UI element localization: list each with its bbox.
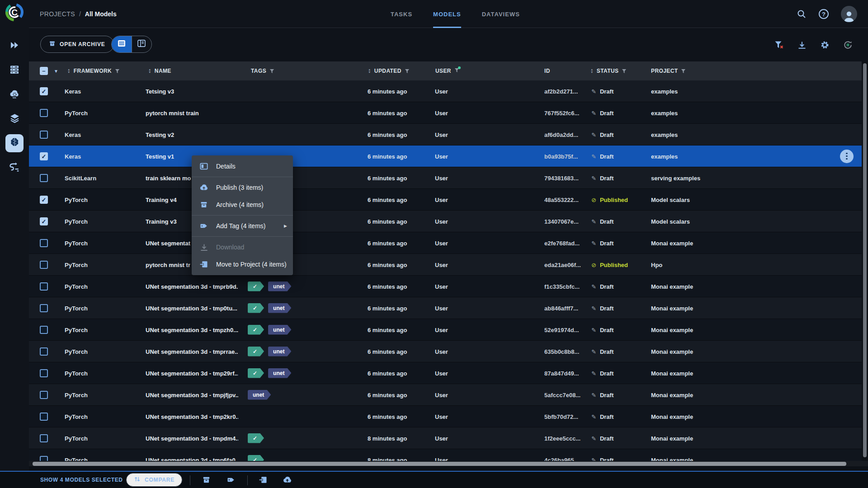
- column-header-tags[interactable]: TAGS: [251, 61, 274, 80]
- table-row[interactable]: ✓KerasTesting v16 minutes agoUserb0a93b7…: [29, 145, 862, 167]
- sidebar-item-serving[interactable]: [5, 86, 24, 104]
- selection-dropdown-caret-icon[interactable]: ▼: [54, 69, 58, 74]
- row-checkbox[interactable]: [40, 326, 48, 334]
- filter-funnel-icon[interactable]: [405, 69, 410, 74]
- row-checkbox[interactable]: [40, 261, 48, 269]
- vertical-scrollbar-thumb[interactable]: [863, 63, 867, 457]
- row-checkbox[interactable]: [40, 174, 48, 182]
- server-icon: [9, 64, 20, 77]
- menu-item-publish[interactable]: Publish (3 items): [192, 179, 293, 196]
- row-checkbox[interactable]: ✓: [40, 87, 48, 95]
- menu-item-details[interactable]: Details: [192, 158, 293, 175]
- sidebar-item-datasets[interactable]: [5, 110, 24, 128]
- search-icon[interactable]: [797, 9, 807, 19]
- column-header-status[interactable]: ▲▼ STATUS: [590, 61, 627, 80]
- row-checkbox[interactable]: [40, 369, 48, 377]
- table-row[interactable]: ✓PyTorchTraining v36 minutes agoUser1340…: [29, 211, 862, 232]
- column-header-framework[interactable]: ▲▼ FRAMEWORK: [67, 61, 120, 80]
- row-checkbox[interactable]: ✓: [40, 217, 48, 225]
- horizontal-scrollbar-thumb[interactable]: [33, 462, 846, 466]
- table-row[interactable]: PyTorchUNet segmentat6 minutes agoUsere2…: [29, 232, 862, 254]
- row-checkbox[interactable]: [40, 131, 48, 139]
- table-row[interactable]: PyTorchpytorch mnist tr6 minutes agoUser…: [29, 254, 862, 276]
- add-tag-selected-icon[interactable]: [226, 475, 236, 484]
- download-table-icon[interactable]: [797, 41, 807, 50]
- row-checkbox[interactable]: [40, 282, 48, 291]
- auto-refresh-icon[interactable]: [843, 40, 853, 50]
- row-checkbox[interactable]: [40, 304, 48, 312]
- compare-button[interactable]: COMPARE: [126, 473, 182, 487]
- table-row[interactable]: PyTorchUNet segmentation 3d - tmp6fa0✓8 …: [29, 449, 862, 461]
- column-header-id[interactable]: ID: [544, 61, 550, 80]
- table-row[interactable]: PyTorchUNet segmentation 3d - tmpjfjpv..…: [29, 384, 862, 406]
- row-checkbox[interactable]: [40, 391, 48, 399]
- help-icon[interactable]: ?: [819, 9, 829, 19]
- column-header-project[interactable]: PROJECT: [651, 61, 686, 80]
- sort-icon[interactable]: ▲▼: [590, 68, 594, 74]
- breadcrumb-current[interactable]: All Models: [85, 10, 117, 18]
- tab-dataviews[interactable]: DATAVIEWS: [482, 0, 520, 28]
- cell-framework: PyTorch: [65, 261, 88, 268]
- table-row[interactable]: ✓PyTorchTraining v46 minutes agoUser48a5…: [29, 189, 862, 211]
- table-row[interactable]: PyTorchUNet segmentation 3d - tmpzh0...✓…: [29, 319, 862, 341]
- table-row[interactable]: PyTorchUNet segmentation 3d - tmp0tu...✓…: [29, 297, 862, 319]
- menu-item-move[interactable]: Move to Project (4 items): [192, 256, 293, 273]
- tab-models[interactable]: MODELS: [433, 0, 461, 28]
- row-checkbox[interactable]: ✓: [40, 196, 48, 204]
- filter-funnel-icon[interactable]: [115, 69, 120, 74]
- sidebar-item-models[interactable]: [5, 134, 24, 152]
- tab-tasks[interactable]: TASKS: [391, 0, 412, 28]
- cell-project: Hpo: [651, 261, 662, 268]
- table-row[interactable]: PyTorchUNet segmentation 3d - tmprrae...…: [29, 341, 862, 362]
- filter-funnel-icon[interactable]: [681, 69, 686, 74]
- sidebar-item-workers[interactable]: [5, 61, 24, 80]
- sort-icon[interactable]: ▲▼: [368, 68, 371, 74]
- sidebar-item-pipelines[interactable]: [5, 159, 24, 177]
- table-row[interactable]: ✓KerasTetsing v36 minutes agoUseraf2b2d2…: [29, 80, 862, 102]
- draft-pencil-icon: ✎: [591, 218, 596, 225]
- clear-filters-icon[interactable]: [774, 41, 784, 49]
- table-row[interactable]: KerasTesting v26 minutes agoUseraf6d0a2d…: [29, 124, 862, 145]
- breadcrumb-projects[interactable]: PROJECTS: [40, 10, 75, 18]
- move-to-project-selected-icon[interactable]: [259, 475, 268, 484]
- table-row[interactable]: PyTorchUNet segmentation 3d - tmpdm4...✓…: [29, 427, 862, 449]
- cell-updated: 6 minutes ago: [368, 413, 407, 420]
- filter-funnel-icon[interactable]: [622, 69, 627, 74]
- sidebar-item-projects[interactable]: [5, 37, 24, 55]
- table-row[interactable]: PyTorchUNet segmentation 3d - tmp29rf...…: [29, 362, 862, 384]
- row-checkbox[interactable]: [40, 109, 48, 117]
- table-row[interactable]: PyTorchpytorch mnist train6 minutes agoU…: [29, 102, 862, 124]
- menu-item-archive[interactable]: Archive (4 items): [192, 196, 293, 213]
- filter-funnel-icon[interactable]: [269, 69, 274, 74]
- row-checkbox[interactable]: [40, 239, 48, 247]
- row-checkbox[interactable]: [40, 347, 48, 356]
- menu-item-tag[interactable]: Add Tag (4 items)▶: [192, 217, 293, 235]
- table-view-toggle[interactable]: [112, 36, 132, 52]
- clearml-logo[interactable]: C: [5, 2, 24, 22]
- column-header-updated[interactable]: ▲▼ UPDATED: [368, 61, 410, 80]
- user-avatar[interactable]: [841, 6, 857, 22]
- table-settings-gear-icon[interactable]: [820, 40, 830, 50]
- selection-count-label[interactable]: SHOW 4 MODELS SELECTED: [40, 477, 123, 483]
- table-row[interactable]: PyTorchUNet segmentation 3d - tmprb9d...…: [29, 276, 862, 297]
- cell-id: eda21ae06f...: [544, 261, 581, 268]
- table-row[interactable]: PyTorchUNet segmentation 3d - tmp2kr0...…: [29, 406, 862, 427]
- row-menu-kebab-button[interactable]: [840, 150, 854, 163]
- card-view-toggle[interactable]: [132, 36, 151, 52]
- cell-user: User: [435, 174, 448, 181]
- row-checkbox[interactable]: [40, 456, 48, 461]
- column-header-user[interactable]: USER: [435, 61, 459, 80]
- row-checkbox[interactable]: [40, 434, 48, 442]
- open-archive-button[interactable]: OPEN ARCHIVE: [40, 36, 114, 53]
- table-row[interactable]: ScikitLearntrain sklearn mo6 minutes ago…: [29, 167, 862, 189]
- column-header-name[interactable]: ▲▼ NAME: [148, 61, 171, 80]
- row-checkbox[interactable]: ✓: [40, 152, 48, 160]
- select-all-checkbox[interactable]: –: [40, 67, 48, 75]
- filter-funnel-icon[interactable]: [454, 68, 459, 73]
- sort-icon[interactable]: ▲▼: [67, 68, 71, 74]
- archive-selected-icon[interactable]: [202, 476, 211, 484]
- row-checkbox[interactable]: [40, 413, 48, 421]
- publish-selected-icon[interactable]: [283, 475, 292, 485]
- cell-framework: PyTorch: [65, 456, 88, 461]
- sort-icon[interactable]: ▲▼: [148, 68, 151, 74]
